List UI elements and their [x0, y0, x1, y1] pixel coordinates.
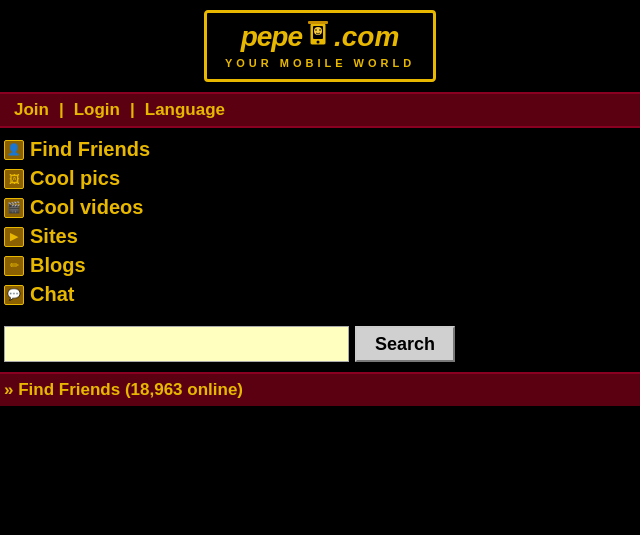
bottom-bar-text: » Find Friends (18,963 online)	[4, 380, 243, 399]
menu-icon-4: ✏	[4, 256, 24, 276]
menu-label-5: Chat	[30, 283, 74, 306]
login-link[interactable]: Login	[64, 100, 130, 120]
language-link[interactable]: Language	[135, 100, 235, 120]
logo-text-row: pepe .com	[241, 21, 400, 53]
menu-item-cool-videos[interactable]: 🎬Cool videos	[4, 194, 640, 221]
menu-icon-3: ▶	[4, 227, 24, 247]
menu-label-4: Blogs	[30, 254, 86, 277]
svg-point-2	[317, 41, 320, 44]
logo-box: pepe .com YOUR MOBILE WORLD	[204, 10, 436, 82]
svg-point-7	[319, 29, 321, 31]
logo-tagline: YOUR MOBILE WORLD	[225, 57, 415, 69]
menu-item-blogs[interactable]: ✏Blogs	[4, 252, 640, 279]
menu-icon-0: 👤	[4, 140, 24, 160]
menu-item-sites[interactable]: ▶Sites	[4, 223, 640, 250]
svg-rect-4	[308, 21, 328, 24]
svg-point-6	[315, 29, 317, 31]
menu-icon-5: 💬	[4, 285, 24, 305]
nav-bar: Join | Login | Language	[0, 92, 640, 128]
logo-dotcom: .com	[334, 21, 399, 53]
menu-icon-1: 🖼	[4, 169, 24, 189]
menu-label-3: Sites	[30, 225, 78, 248]
search-button[interactable]: Search	[355, 326, 455, 362]
menu-label-2: Cool videos	[30, 196, 143, 219]
phone-icon	[304, 21, 332, 53]
bottom-bar: » Find Friends (18,963 online)	[0, 372, 640, 406]
join-link[interactable]: Join	[4, 100, 59, 120]
menu-item-find-friends[interactable]: 👤Find Friends	[4, 136, 640, 163]
search-row: Search	[0, 316, 640, 372]
menu-icon-2: 🎬	[4, 198, 24, 218]
menu-label-1: Cool pics	[30, 167, 120, 190]
main-menu: 👤Find Friends🖼Cool pics🎬Cool videos▶Site…	[0, 128, 640, 316]
menu-label-0: Find Friends	[30, 138, 150, 161]
menu-item-cool-pics[interactable]: 🖼Cool pics	[4, 165, 640, 192]
search-input[interactable]	[4, 326, 349, 362]
logo-pepe: pepe	[241, 21, 302, 53]
menu-item-chat[interactable]: 💬Chat	[4, 281, 640, 308]
header: pepe .com YOUR MOBILE WORLD	[0, 0, 640, 92]
